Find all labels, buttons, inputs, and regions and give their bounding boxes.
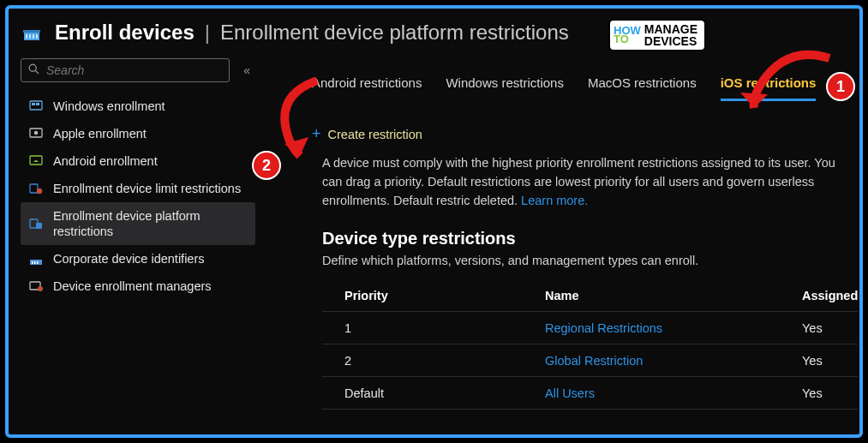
table-row[interactable]: DefaultAll UsersYes <box>322 377 858 410</box>
svg-marker-24 <box>740 93 768 108</box>
tab-1[interactable]: Windows restrictions <box>446 75 564 101</box>
svg-rect-9 <box>32 103 35 105</box>
cell-priority: 1 <box>322 321 545 335</box>
android-screen-icon <box>29 154 45 168</box>
sidebar-item-2[interactable]: Android enrollment <box>21 147 255 175</box>
annotation-badge-2: 2 <box>252 151 281 180</box>
sidebar-item-4[interactable]: Enrollment device platform restrictions <box>21 202 255 245</box>
cell-assigned: Yes <box>802 321 858 335</box>
svg-rect-4 <box>33 34 34 39</box>
page-header: Enroll devices | Enrollment device platf… <box>9 9 859 50</box>
col-name: Name <box>545 289 802 302</box>
cell-priority: Default <box>322 386 545 400</box>
device-limit-icon <box>29 182 45 195</box>
device-platform-icon <box>29 217 45 230</box>
svg-rect-1 <box>23 30 40 33</box>
cell-name-link[interactable]: Regional Restrictions <box>545 321 802 335</box>
sidebar-item-label: Corporate device identifiers <box>53 251 205 266</box>
svg-rect-21 <box>37 261 39 264</box>
svg-rect-5 <box>36 34 38 39</box>
windows-screen-icon <box>29 99 45 113</box>
sidebar-item-label: Enrollment device limit restrictions <box>53 181 241 196</box>
cell-name-link[interactable]: All Users <box>545 386 802 400</box>
col-priority: Priority <box>322 289 545 302</box>
cell-assigned: Yes <box>802 354 858 368</box>
search-icon <box>28 63 39 77</box>
sidebar-item-label: Apple enrollment <box>53 126 147 141</box>
sidebar-item-label: Windows enrollment <box>53 99 165 114</box>
sidebar-nav: Windows enrollmentApple enrollmentAndroi… <box>21 93 255 300</box>
svg-line-7 <box>35 70 39 74</box>
corporate-id-icon <box>29 252 45 266</box>
annotation-arrow-2 <box>266 77 368 171</box>
table-row[interactable]: 2Global RestrictionYes <box>322 344 858 377</box>
svg-rect-14 <box>30 184 38 193</box>
svg-rect-19 <box>32 261 33 264</box>
managers-icon <box>29 279 45 293</box>
svg-rect-10 <box>36 103 39 105</box>
learn-more-link[interactable]: Learn more. <box>521 194 588 207</box>
restrictions-table: Priority Name Assigned 1Regional Restric… <box>262 279 863 410</box>
sidebar-item-0[interactable]: Windows enrollment <box>21 93 255 120</box>
section-title: Device type restrictions <box>262 210 863 254</box>
sidebar-item-label: Android enrollment <box>53 153 158 169</box>
sidebar-item-5[interactable]: Corporate device identifiers <box>21 245 255 272</box>
svg-rect-20 <box>34 261 36 264</box>
page-title: Enroll devices <box>55 21 195 45</box>
cell-assigned: Yes <box>802 386 858 400</box>
svg-point-12 <box>34 131 38 135</box>
search-input[interactable] <box>21 58 230 82</box>
title-separator: | <box>205 21 210 45</box>
howtomanage-logo: HOWTO MANAGEDEVICES <box>608 19 706 51</box>
cell-name-link[interactable]: Global Restriction <box>545 354 802 368</box>
table-header: Priority Name Assigned <box>322 279 858 312</box>
svg-point-23 <box>38 286 43 291</box>
sidebar-item-label: Device enrollment managers <box>53 278 212 294</box>
page-subtitle: Enrollment device platform restrictions <box>220 21 569 45</box>
svg-point-15 <box>37 189 42 194</box>
sidebar-item-1[interactable]: Apple enrollment <box>21 120 255 147</box>
sidebar-item-3[interactable]: Enrollment device limit restrictions <box>21 175 255 202</box>
tab-2[interactable]: MacOS restrictions <box>588 75 697 101</box>
section-subtitle: Define which platforms, versions, and ma… <box>262 254 863 279</box>
svg-rect-3 <box>29 34 31 39</box>
annotation-badge-1: 1 <box>826 72 855 101</box>
apple-screen-icon <box>29 127 45 141</box>
col-assigned: Assigned <box>802 289 858 302</box>
building-icon <box>22 23 45 42</box>
collapse-sidebar-button[interactable]: « <box>238 60 255 81</box>
table-row[interactable]: 1Regional RestrictionsYes <box>322 312 858 344</box>
svg-point-6 <box>29 64 36 71</box>
cell-priority: 2 <box>322 354 545 368</box>
sidebar-item-label: Enrollment device platform restrictions <box>53 208 247 239</box>
sidebar-item-6[interactable]: Device enrollment managers <box>21 272 255 300</box>
svg-rect-17 <box>36 223 42 229</box>
search-field[interactable] <box>46 63 222 77</box>
sidebar: « Windows enrollmentApple enrollmentAndr… <box>9 50 262 433</box>
svg-rect-2 <box>26 34 27 39</box>
